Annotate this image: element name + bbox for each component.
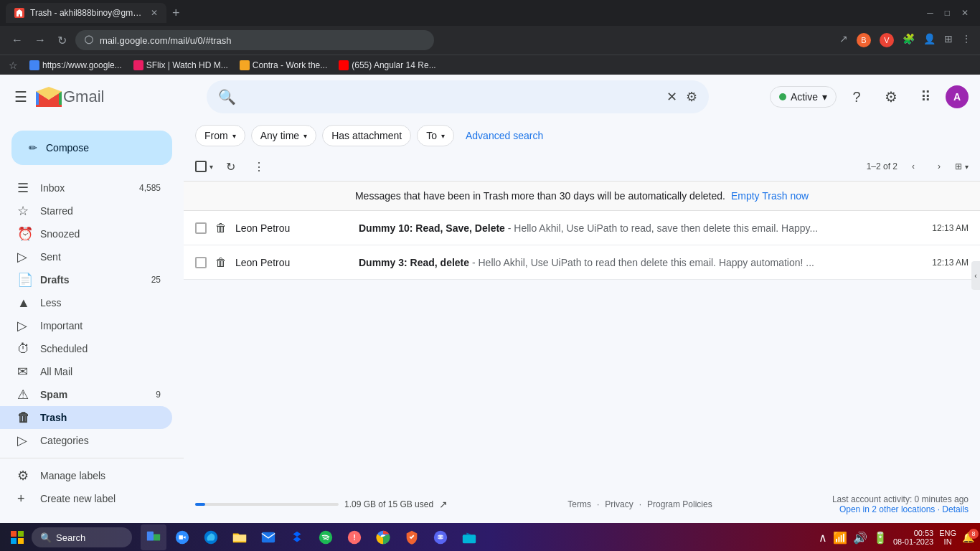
taskbar-app-brave[interactable] (399, 524, 425, 550)
next-page-button[interactable]: › (929, 156, 949, 176)
hamburger-menu-icon[interactable]: ☰ (11, 85, 30, 108)
taskbar-app-files[interactable] (141, 524, 166, 550)
sidebar-item-snoozed[interactable]: ⏰ Snoozed (0, 222, 172, 245)
scheduled-icon: ⏱ (17, 342, 32, 357)
sidebar-item-inbox[interactable]: ☰ Inbox 4,585 (0, 176, 172, 199)
help-button[interactable]: ? (842, 83, 871, 111)
open-locations-link[interactable]: Open in 2 other locations · Details (832, 504, 969, 514)
bookmark-angular[interactable]: (655) Angular 14 Re... (339, 60, 435, 70)
taskbar-notification-area[interactable]: 🔔 8 (962, 532, 974, 543)
drafts-icon: 📄 (17, 272, 32, 288)
maximize-button[interactable]: □ (945, 8, 950, 18)
select-all-checkbox[interactable] (195, 161, 207, 172)
taskbar-network-icon[interactable]: 📶 (833, 531, 847, 545)
settings-button[interactable]: ⚙ (877, 83, 905, 111)
snoozed-icon: ⏰ (17, 226, 32, 242)
to-filter-button[interactable]: To ▾ (417, 125, 454, 146)
view-switcher[interactable]: ⊞ ▾ (955, 161, 969, 171)
email-checkbox-1[interactable] (195, 222, 207, 234)
email-row[interactable]: 🗑 Leon Petrou Dummy 10: Read, Save, Dele… (184, 211, 980, 245)
taskbar-app-sniping[interactable] (456, 524, 482, 550)
back-button[interactable]: ← (9, 31, 26, 50)
empty-trash-button[interactable]: Empty Trash now (731, 190, 809, 202)
anytime-filter-button[interactable]: Any time ▾ (251, 125, 316, 146)
sidebar-item-important[interactable]: ▷ Important (0, 314, 172, 337)
taskbar-app-mail[interactable] (255, 524, 281, 550)
start-button[interactable] (6, 526, 29, 549)
sidebar-item-less[interactable]: ▲ Less (0, 291, 172, 314)
active-tab[interactable]: Trash - akhil888binoy@gmail.com ✕ (6, 3, 166, 23)
taskbar-volume-icon[interactable]: 🔊 (853, 531, 867, 545)
taskbar-clock[interactable]: 00:53 08-01-2023 (893, 529, 933, 546)
sidebar-item-categories[interactable]: ▷ Categories (0, 429, 172, 452)
taskbar-app-chrome[interactable] (370, 524, 396, 550)
prev-page-button[interactable]: ‹ (903, 156, 923, 176)
refresh-button[interactable]: ↻ (219, 155, 242, 178)
taskbar-app-dropbox[interactable] (284, 524, 310, 550)
bookmark-sflix[interactable]: SFlix | Watch HD M... (133, 60, 228, 70)
new-tab-button[interactable]: + (172, 6, 180, 21)
from-filter-button[interactable]: From ▾ (195, 125, 245, 146)
email-row[interactable]: 🗑 Leon Petrou Dummy 3: Read, delete - He… (184, 245, 980, 280)
search-bar[interactable]: 🔍 in:trash ✕ ⚙ (207, 80, 709, 113)
more-options-button[interactable]: ⋮ (248, 155, 270, 178)
view-switcher-icon: ⊞ (955, 161, 962, 171)
address-bar-input[interactable]: mail.google.com/mail/u/0/#trash (75, 30, 434, 50)
view-switcher-dropdown[interactable]: ▾ (965, 163, 969, 171)
taskbar-apps: ! (141, 524, 482, 550)
side-panel-tab[interactable]: ‹ (971, 261, 980, 290)
sidebar-item-manage-labels[interactable]: ⚙ Manage labels (0, 464, 172, 487)
has-attachment-filter-button[interactable]: Has attachment (322, 125, 411, 146)
taskbar-app-notification[interactable]: ! (341, 524, 367, 550)
search-filter-icon[interactable]: ⚙ (686, 89, 697, 105)
privacy-link[interactable]: Privacy (605, 499, 633, 509)
taskbar-app-spotify[interactable] (313, 524, 339, 550)
extensions-icon[interactable]: 🧩 (903, 33, 915, 47)
avatar[interactable]: A (946, 85, 969, 108)
sidebar-item-all-mail[interactable]: ✉ All Mail (0, 360, 172, 383)
menu-icon[interactable]: ⋮ (961, 33, 971, 47)
close-button[interactable]: ✕ (961, 8, 969, 18)
taskbar-app-discord[interactable] (428, 524, 453, 550)
taskbar-battery-icon[interactable]: 🔋 (873, 531, 887, 545)
reload-button[interactable]: ↻ (55, 31, 70, 50)
sidebar-item-create-label[interactable]: + Create new label (0, 487, 172, 510)
search-icon[interactable]: 🔍 (218, 88, 236, 105)
search-clear-icon[interactable]: ✕ (666, 89, 677, 105)
vpn-icon[interactable]: V (880, 33, 894, 47)
search-input[interactable]: in:trash (245, 90, 658, 103)
taskbar-app-files-explorer[interactable] (227, 524, 253, 550)
apps-button[interactable]: ⠿ (911, 83, 940, 111)
profiles-icon[interactable]: 👤 (923, 33, 936, 47)
taskbar-app-zoom[interactable] (169, 524, 195, 550)
svg-rect-5 (154, 534, 160, 540)
sidebar-item-drafts[interactable]: 📄 Drafts 25 (0, 268, 172, 291)
compose-button[interactable]: ✏ Compose (11, 131, 172, 165)
storage-expand-icon[interactable]: ↗ (439, 499, 448, 510)
sidebar-item-scheduled[interactable]: ⏱ Scheduled (0, 337, 172, 360)
sidebar-item-trash[interactable]: 🗑 Trash (0, 406, 172, 429)
sidebar-item-starred[interactable]: ☆ Starred (0, 199, 172, 222)
bookmark-google[interactable]: https://www.google... (29, 60, 122, 70)
email-checkbox-2[interactable] (195, 257, 207, 268)
select-dropdown-icon[interactable]: ▾ (209, 163, 213, 171)
share-icon[interactable]: ↗ (839, 33, 848, 47)
sidebar-icon[interactable]: ⊞ (944, 33, 953, 47)
taskbar-app-edge[interactable] (198, 524, 224, 550)
taskbar-search[interactable]: 🔍 Search (32, 527, 132, 547)
taskbar-expand-icon[interactable]: ∧ (819, 531, 827, 545)
advanced-search-link[interactable]: Advanced search (466, 130, 543, 141)
status-button[interactable]: Active ▾ (770, 86, 837, 108)
sidebar-item-sent[interactable]: ▷ Sent (0, 245, 172, 268)
program-policies-link[interactable]: Program Policies (647, 499, 712, 509)
footer-links: Terms · Privacy · Program Policies (567, 499, 712, 509)
tab-favicon (14, 8, 24, 18)
tab-close-button[interactable]: ✕ (151, 8, 158, 18)
select-all-checkbox-wrap[interactable]: ▾ (195, 161, 213, 172)
minimize-button[interactable]: ─ (927, 8, 933, 18)
bookmark-contra[interactable]: Contra - Work the... (240, 60, 327, 70)
sidebar-item-spam[interactable]: ⚠ Spam 9 (0, 383, 172, 406)
terms-link[interactable]: Terms (567, 499, 591, 509)
forward-button[interactable]: → (32, 31, 49, 50)
gmail-logo: Gmail (36, 87, 104, 107)
